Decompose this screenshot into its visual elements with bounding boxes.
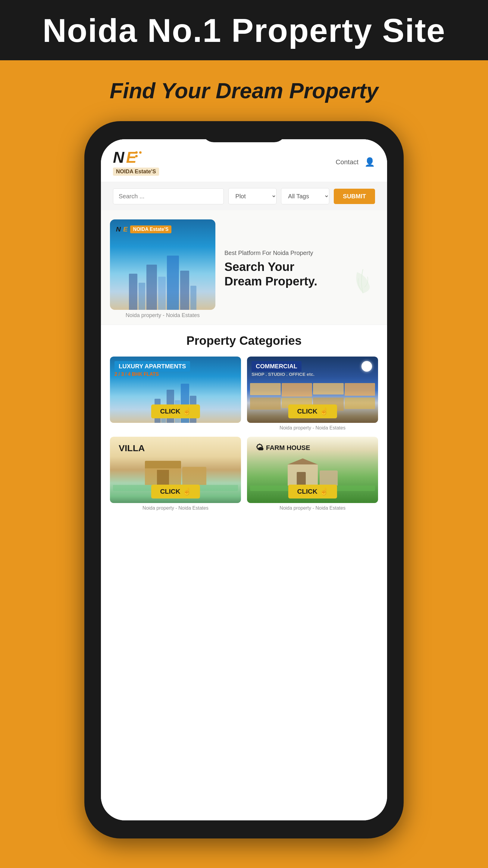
phone-mockup: N E NOIDA Estate'S Contact 👤 bbox=[84, 121, 404, 838]
banner-heading-line2: Dream Property. bbox=[224, 275, 317, 288]
submit-button[interactable]: SUBMIT bbox=[334, 189, 375, 204]
cb3 bbox=[313, 383, 344, 395]
villa-floors bbox=[113, 461, 238, 485]
villa-click-label: CLICK bbox=[160, 488, 180, 495]
banner-caption: Noida property - Noida Estates bbox=[126, 312, 200, 318]
cb4 bbox=[345, 383, 375, 396]
dot-3 bbox=[135, 155, 138, 157]
commercial-label: COMMERCIAL bbox=[252, 361, 301, 372]
commercial-click-button[interactable]: CLICK ☝ bbox=[288, 404, 337, 418]
tags-select[interactable]: All Tags bbox=[281, 188, 329, 204]
screen-content: N E NOIDA Estate'S Contact 👤 bbox=[101, 139, 387, 820]
villa-wing bbox=[182, 467, 206, 485]
villa-door bbox=[157, 470, 169, 485]
banner-text-area: Best Platform For Noida Property Search … bbox=[224, 250, 378, 288]
farmhouse-label-text: FARM HOUSE bbox=[266, 444, 310, 452]
building-6 bbox=[180, 271, 189, 310]
luxury-sublabel: 2 / 3 / 4 BHK FLATS bbox=[115, 372, 159, 377]
category-img-farmhouse: 🌤 FARM HOUSE bbox=[247, 437, 378, 503]
fh-side bbox=[320, 470, 338, 486]
categories-section: Property Categories LUXURY APARTMENTS 2 … bbox=[101, 325, 387, 520]
villa-click-button[interactable]: CLICK ☝ bbox=[151, 485, 200, 498]
top-banner: Noida No.1 Property Site bbox=[0, 0, 488, 60]
category-item-farmhouse: 🌤 FARM HOUSE bbox=[247, 437, 378, 511]
villa-roof bbox=[145, 461, 181, 468]
category-item-villa: VILLA bbox=[110, 437, 241, 511]
building-5 bbox=[167, 255, 179, 310]
category-item-commercial: COMMERCIAL SHOP . STUDIO . OFFICE etc. bbox=[247, 356, 378, 431]
cb5 bbox=[250, 398, 281, 410]
top-banner-title: Noida No.1 Property Site bbox=[42, 11, 446, 50]
luxury-click-button[interactable]: CLICK ☝ bbox=[151, 404, 200, 418]
building-1 bbox=[129, 274, 137, 310]
subtitle-area: Find Your Dream Property bbox=[0, 60, 488, 115]
villa-caption: Noida property - Noida Estates bbox=[110, 505, 241, 511]
building-2 bbox=[138, 283, 145, 310]
building-4 bbox=[158, 277, 166, 310]
fh-main bbox=[288, 464, 318, 486]
banner-logo-row: N E NOIDA Estate'S bbox=[116, 225, 171, 233]
search-bar: Plot All Tags SUBMIT bbox=[101, 182, 387, 210]
click-cursor-4: ☝ bbox=[320, 488, 328, 495]
subtitle-text: Find Your Dream Property bbox=[110, 79, 378, 103]
farmhouse-sun-icon: 🌤 bbox=[256, 443, 264, 453]
banner-section: N E NOIDA Estate'S bbox=[101, 210, 387, 325]
logo-e-letter: E bbox=[126, 148, 137, 166]
banner-logo-text: NOIDA Estate'S bbox=[130, 225, 172, 233]
cb8 bbox=[345, 398, 375, 409]
logo-dots bbox=[135, 151, 141, 157]
villa-label: VILLA bbox=[115, 441, 149, 455]
villa-main bbox=[145, 461, 181, 485]
luxury-label: LUXURY APARTMENTS bbox=[115, 361, 190, 372]
building-group bbox=[110, 255, 216, 310]
banner-tagline: Best Platform For Noida Property bbox=[224, 250, 378, 256]
banner-leaf-icon bbox=[345, 266, 381, 298]
click-cursor-2: ☝ bbox=[320, 407, 328, 415]
logo-icon-row: N E bbox=[113, 148, 141, 166]
click-cursor-3: ☝ bbox=[183, 488, 191, 495]
commercial-click-label: CLICK bbox=[297, 407, 317, 415]
categories-title: Property Categories bbox=[110, 334, 378, 347]
phone-screen: N E NOIDA Estate'S Contact 👤 bbox=[101, 139, 387, 820]
luxury-click-label: CLICK bbox=[160, 407, 180, 415]
logo-area: N E NOIDA Estate'S bbox=[113, 148, 159, 176]
building-7 bbox=[190, 286, 196, 310]
logo-n-letter: N bbox=[113, 148, 124, 166]
farmhouse-buildings bbox=[250, 464, 375, 486]
farmhouse-click-button[interactable]: CLICK ☝ bbox=[288, 485, 337, 498]
property-type-select[interactable]: Plot bbox=[228, 188, 276, 204]
nav-contact-label[interactable]: Contact bbox=[335, 158, 358, 166]
fh-door bbox=[297, 472, 306, 486]
category-img-commercial: COMMERCIAL SHOP . STUDIO . OFFICE etc. bbox=[247, 356, 378, 423]
category-img-luxury: LUXURY APARTMENTS 2 / 3 / 4 BHK FLATS bbox=[110, 356, 241, 423]
logo-subtitle: NOIDA Estate'S bbox=[113, 167, 159, 176]
banner-image-box: N E NOIDA Estate'S bbox=[110, 219, 216, 310]
banner-heading-line1: Search Your bbox=[224, 260, 294, 273]
phone-wrapper: N E NOIDA Estate'S Contact 👤 bbox=[0, 115, 488, 838]
app-header: N E NOIDA Estate'S Contact 👤 bbox=[101, 139, 387, 182]
farmhouse-click-label: CLICK bbox=[297, 488, 317, 495]
user-icon[interactable]: 👤 bbox=[364, 157, 375, 167]
dot-1 bbox=[135, 151, 138, 154]
banner-n: N bbox=[116, 225, 121, 233]
category-img-villa: VILLA bbox=[110, 437, 241, 503]
categories-grid: LUXURY APARTMENTS 2 / 3 / 4 BHK FLATS bbox=[110, 356, 378, 511]
phone-notch bbox=[202, 121, 286, 142]
farmhouse-caption: Noida property - Noida Estates bbox=[247, 505, 378, 511]
building-3 bbox=[147, 265, 157, 310]
commercial-sublabel: SHOP . STUDIO . OFFICE etc. bbox=[252, 372, 315, 377]
cb2 bbox=[282, 383, 313, 397]
header-nav: Contact 👤 bbox=[335, 157, 375, 167]
commercial-sun bbox=[361, 361, 372, 372]
banner-e: E bbox=[123, 225, 128, 233]
fh-roof bbox=[288, 458, 318, 464]
farmhouse-label: 🌤 FARM HOUSE bbox=[252, 441, 315, 454]
search-input[interactable] bbox=[113, 188, 224, 204]
cb1 bbox=[250, 383, 281, 395]
dot-2 bbox=[139, 151, 141, 154]
commercial-caption: Noida property - Noida Estates bbox=[247, 425, 378, 431]
click-cursor-1: ☝ bbox=[183, 407, 191, 415]
category-item-luxury: LUXURY APARTMENTS 2 / 3 / 4 BHK FLATS bbox=[110, 356, 241, 431]
